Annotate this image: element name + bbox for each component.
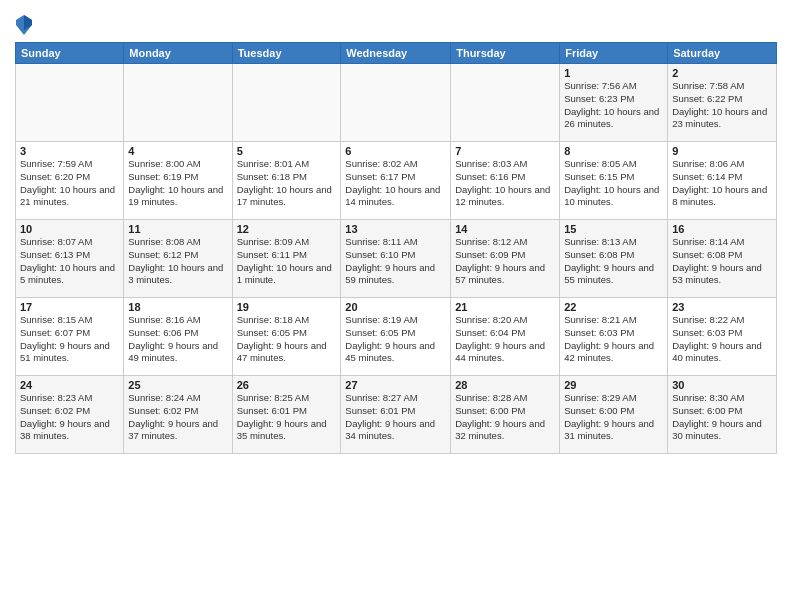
calendar-cell: 1Sunrise: 7:56 AM Sunset: 6:23 PM Daylig… <box>560 64 668 142</box>
day-info: Sunrise: 8:25 AM Sunset: 6:01 PM Dayligh… <box>237 392 337 443</box>
day-info: Sunrise: 8:18 AM Sunset: 6:05 PM Dayligh… <box>237 314 337 365</box>
day-number: 29 <box>564 379 663 391</box>
day-info: Sunrise: 8:08 AM Sunset: 6:12 PM Dayligh… <box>128 236 227 287</box>
calendar-cell: 16Sunrise: 8:14 AM Sunset: 6:08 PM Dayli… <box>668 220 777 298</box>
day-info: Sunrise: 8:02 AM Sunset: 6:17 PM Dayligh… <box>345 158 446 209</box>
day-number: 18 <box>128 301 227 313</box>
day-number: 21 <box>455 301 555 313</box>
calendar-week-1: 1Sunrise: 7:56 AM Sunset: 6:23 PM Daylig… <box>16 64 777 142</box>
weekday-header-thursday: Thursday <box>451 43 560 64</box>
calendar-cell: 11Sunrise: 8:08 AM Sunset: 6:12 PM Dayli… <box>124 220 232 298</box>
day-info: Sunrise: 8:21 AM Sunset: 6:03 PM Dayligh… <box>564 314 663 365</box>
day-info: Sunrise: 7:58 AM Sunset: 6:22 PM Dayligh… <box>672 80 772 131</box>
day-info: Sunrise: 8:16 AM Sunset: 6:06 PM Dayligh… <box>128 314 227 365</box>
weekday-header-monday: Monday <box>124 43 232 64</box>
calendar-week-3: 10Sunrise: 8:07 AM Sunset: 6:13 PM Dayli… <box>16 220 777 298</box>
day-number: 1 <box>564 67 663 79</box>
day-number: 25 <box>128 379 227 391</box>
calendar-cell: 10Sunrise: 8:07 AM Sunset: 6:13 PM Dayli… <box>16 220 124 298</box>
calendar-cell: 4Sunrise: 8:00 AM Sunset: 6:19 PM Daylig… <box>124 142 232 220</box>
day-info: Sunrise: 8:22 AM Sunset: 6:03 PM Dayligh… <box>672 314 772 365</box>
calendar-cell: 3Sunrise: 7:59 AM Sunset: 6:20 PM Daylig… <box>16 142 124 220</box>
day-info: Sunrise: 8:14 AM Sunset: 6:08 PM Dayligh… <box>672 236 772 287</box>
day-info: Sunrise: 8:03 AM Sunset: 6:16 PM Dayligh… <box>455 158 555 209</box>
day-number: 26 <box>237 379 337 391</box>
day-info: Sunrise: 8:15 AM Sunset: 6:07 PM Dayligh… <box>20 314 119 365</box>
day-info: Sunrise: 8:12 AM Sunset: 6:09 PM Dayligh… <box>455 236 555 287</box>
day-info: Sunrise: 8:13 AM Sunset: 6:08 PM Dayligh… <box>564 236 663 287</box>
calendar-cell: 30Sunrise: 8:30 AM Sunset: 6:00 PM Dayli… <box>668 376 777 454</box>
calendar-cell: 28Sunrise: 8:28 AM Sunset: 6:00 PM Dayli… <box>451 376 560 454</box>
calendar-cell: 5Sunrise: 8:01 AM Sunset: 6:18 PM Daylig… <box>232 142 341 220</box>
calendar-cell <box>124 64 232 142</box>
calendar-cell <box>341 64 451 142</box>
day-number: 28 <box>455 379 555 391</box>
calendar-cell: 22Sunrise: 8:21 AM Sunset: 6:03 PM Dayli… <box>560 298 668 376</box>
day-number: 5 <box>237 145 337 157</box>
calendar-cell: 18Sunrise: 8:16 AM Sunset: 6:06 PM Dayli… <box>124 298 232 376</box>
day-info: Sunrise: 8:11 AM Sunset: 6:10 PM Dayligh… <box>345 236 446 287</box>
day-info: Sunrise: 8:28 AM Sunset: 6:00 PM Dayligh… <box>455 392 555 443</box>
day-number: 3 <box>20 145 119 157</box>
day-number: 15 <box>564 223 663 235</box>
calendar-cell: 19Sunrise: 8:18 AM Sunset: 6:05 PM Dayli… <box>232 298 341 376</box>
calendar-cell: 15Sunrise: 8:13 AM Sunset: 6:08 PM Dayli… <box>560 220 668 298</box>
logo <box>15 14 36 36</box>
calendar-cell: 12Sunrise: 8:09 AM Sunset: 6:11 PM Dayli… <box>232 220 341 298</box>
calendar-cell: 25Sunrise: 8:24 AM Sunset: 6:02 PM Dayli… <box>124 376 232 454</box>
weekday-header-sunday: Sunday <box>16 43 124 64</box>
day-info: Sunrise: 7:59 AM Sunset: 6:20 PM Dayligh… <box>20 158 119 209</box>
page-container: SundayMondayTuesdayWednesdayThursdayFrid… <box>0 0 792 462</box>
day-number: 2 <box>672 67 772 79</box>
calendar-cell: 23Sunrise: 8:22 AM Sunset: 6:03 PM Dayli… <box>668 298 777 376</box>
calendar-cell: 27Sunrise: 8:27 AM Sunset: 6:01 PM Dayli… <box>341 376 451 454</box>
day-number: 19 <box>237 301 337 313</box>
day-number: 6 <box>345 145 446 157</box>
calendar-cell: 17Sunrise: 8:15 AM Sunset: 6:07 PM Dayli… <box>16 298 124 376</box>
day-number: 22 <box>564 301 663 313</box>
day-info: Sunrise: 8:00 AM Sunset: 6:19 PM Dayligh… <box>128 158 227 209</box>
weekday-header-row: SundayMondayTuesdayWednesdayThursdayFrid… <box>16 43 777 64</box>
day-info: Sunrise: 8:29 AM Sunset: 6:00 PM Dayligh… <box>564 392 663 443</box>
calendar-cell: 20Sunrise: 8:19 AM Sunset: 6:05 PM Dayli… <box>341 298 451 376</box>
weekday-header-wednesday: Wednesday <box>341 43 451 64</box>
weekday-header-tuesday: Tuesday <box>232 43 341 64</box>
day-number: 13 <box>345 223 446 235</box>
day-info: Sunrise: 8:20 AM Sunset: 6:04 PM Dayligh… <box>455 314 555 365</box>
calendar-cell <box>16 64 124 142</box>
day-number: 16 <box>672 223 772 235</box>
calendar-week-4: 17Sunrise: 8:15 AM Sunset: 6:07 PM Dayli… <box>16 298 777 376</box>
day-info: Sunrise: 7:56 AM Sunset: 6:23 PM Dayligh… <box>564 80 663 131</box>
calendar-cell: 13Sunrise: 8:11 AM Sunset: 6:10 PM Dayli… <box>341 220 451 298</box>
day-info: Sunrise: 8:19 AM Sunset: 6:05 PM Dayligh… <box>345 314 446 365</box>
calendar-cell: 21Sunrise: 8:20 AM Sunset: 6:04 PM Dayli… <box>451 298 560 376</box>
day-info: Sunrise: 8:23 AM Sunset: 6:02 PM Dayligh… <box>20 392 119 443</box>
day-info: Sunrise: 8:07 AM Sunset: 6:13 PM Dayligh… <box>20 236 119 287</box>
day-number: 9 <box>672 145 772 157</box>
calendar-cell: 24Sunrise: 8:23 AM Sunset: 6:02 PM Dayli… <box>16 376 124 454</box>
day-number: 23 <box>672 301 772 313</box>
day-info: Sunrise: 8:24 AM Sunset: 6:02 PM Dayligh… <box>128 392 227 443</box>
day-number: 11 <box>128 223 227 235</box>
calendar-cell: 29Sunrise: 8:29 AM Sunset: 6:00 PM Dayli… <box>560 376 668 454</box>
day-number: 17 <box>20 301 119 313</box>
day-number: 7 <box>455 145 555 157</box>
day-number: 4 <box>128 145 227 157</box>
calendar-week-5: 24Sunrise: 8:23 AM Sunset: 6:02 PM Dayli… <box>16 376 777 454</box>
day-number: 10 <box>20 223 119 235</box>
day-info: Sunrise: 8:06 AM Sunset: 6:14 PM Dayligh… <box>672 158 772 209</box>
day-info: Sunrise: 8:01 AM Sunset: 6:18 PM Dayligh… <box>237 158 337 209</box>
calendar-cell: 8Sunrise: 8:05 AM Sunset: 6:15 PM Daylig… <box>560 142 668 220</box>
day-info: Sunrise: 8:05 AM Sunset: 6:15 PM Dayligh… <box>564 158 663 209</box>
calendar-cell: 9Sunrise: 8:06 AM Sunset: 6:14 PM Daylig… <box>668 142 777 220</box>
logo-icon <box>15 14 33 36</box>
calendar-cell: 2Sunrise: 7:58 AM Sunset: 6:22 PM Daylig… <box>668 64 777 142</box>
day-info: Sunrise: 8:30 AM Sunset: 6:00 PM Dayligh… <box>672 392 772 443</box>
weekday-header-friday: Friday <box>560 43 668 64</box>
calendar-cell: 26Sunrise: 8:25 AM Sunset: 6:01 PM Dayli… <box>232 376 341 454</box>
calendar-cell: 14Sunrise: 8:12 AM Sunset: 6:09 PM Dayli… <box>451 220 560 298</box>
day-number: 8 <box>564 145 663 157</box>
calendar-cell: 6Sunrise: 8:02 AM Sunset: 6:17 PM Daylig… <box>341 142 451 220</box>
calendar-cell <box>451 64 560 142</box>
day-number: 30 <box>672 379 772 391</box>
